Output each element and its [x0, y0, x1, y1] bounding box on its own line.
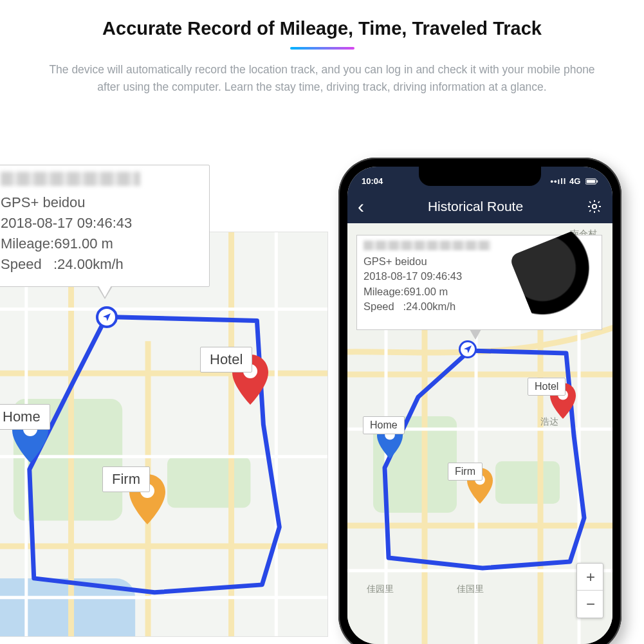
- page-description: The device will automatically record the…: [39, 61, 605, 96]
- svg-rect-12: [495, 461, 560, 504]
- info-speed: Speed :24.00km/h: [1, 254, 200, 275]
- blurred-address: [363, 241, 491, 250]
- svg-rect-7: [587, 180, 595, 183]
- pin-home-label: Home: [363, 416, 405, 434]
- info-mode: GPS+ beidou: [1, 192, 200, 213]
- back-button[interactable]: ‹: [358, 197, 364, 216]
- map-label: 佳国里: [457, 584, 484, 595]
- svg-rect-8: [597, 180, 598, 182]
- blurred-address: [1, 172, 140, 186]
- phone-frame: 10:04 ••ıll 4G ‹ Historical Route: [338, 158, 621, 644]
- map-svg: [0, 232, 327, 636]
- app-bar: ‹ Historical Route: [347, 190, 612, 223]
- status-time: 10:04: [362, 176, 383, 186]
- phone-screen: 10:04 ••ıll 4G ‹ Historical Route: [347, 167, 612, 644]
- navigation-arrow-icon: [96, 306, 118, 328]
- background-map: GPS+ beidou 2018-08-17 09:46:43 Mileage:…: [0, 232, 328, 637]
- phone-map[interactable]: 南仓村 浩达 浩达 佳园里 佳国里 GPS+ beidou 2018-08-17…: [347, 223, 612, 644]
- pin-firm-label: Firm: [448, 463, 483, 481]
- settings-icon[interactable]: [587, 199, 602, 214]
- zoom-control: + −: [576, 563, 603, 618]
- phone-notch: [419, 167, 541, 186]
- navigation-arrow-icon: [459, 340, 477, 358]
- pin-hotel-label: Hotel: [528, 378, 566, 396]
- callout-tail: [97, 286, 113, 299]
- phone-info-callout: GPS+ beidou 2018-08-17 09:46:43 Mileage:…: [356, 235, 602, 330]
- callout-tail: [470, 329, 481, 340]
- zoom-out-button[interactable]: −: [577, 591, 604, 618]
- pin-home-label: Home: [0, 404, 50, 430]
- app-title: Historical Route: [428, 199, 523, 214]
- zoom-in-button[interactable]: +: [577, 564, 604, 591]
- status-network: ••ıll 4G: [550, 176, 598, 186]
- svg-point-9: [593, 205, 596, 208]
- pin-hotel-label: Hotel: [200, 347, 252, 373]
- svg-rect-1: [167, 457, 250, 508]
- info-timestamp: 2018-08-17 09:46:43: [1, 213, 200, 234]
- info-callout: GPS+ beidou 2018-08-17 09:46:43 Mileage:…: [0, 165, 210, 287]
- title-underline: [290, 47, 354, 50]
- page-title: Accurate Record of Mileage, Time, Travel…: [0, 18, 644, 39]
- info-mileage: Mileage:691.00 m: [1, 234, 200, 254]
- pin-firm-label: Firm: [102, 466, 150, 492]
- map-label: 佳园里: [367, 584, 394, 595]
